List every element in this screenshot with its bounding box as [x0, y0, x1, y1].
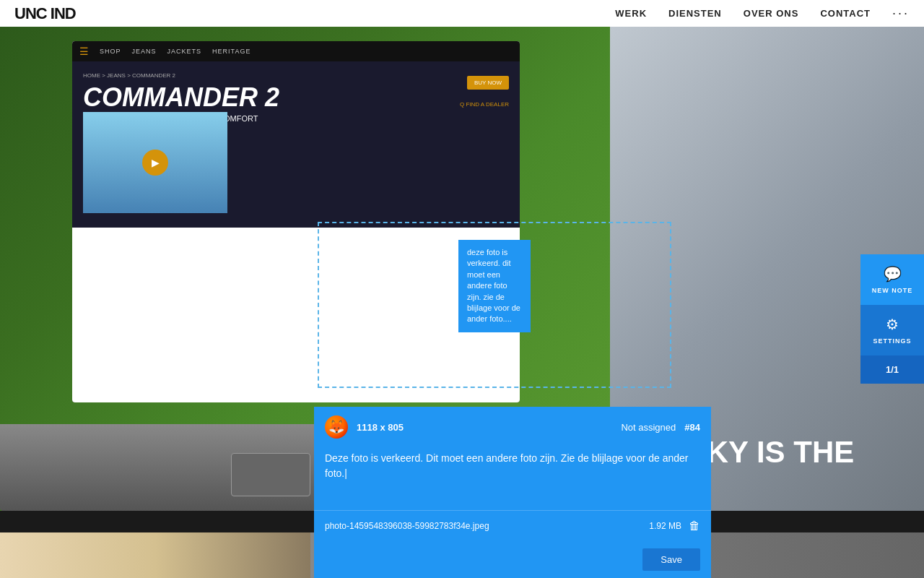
inner-navigation: ☰ SHOP JEANS JACKETS HERITAGE: [72, 41, 520, 61]
right-panel: 💬 NEW NOTE ⚙ SETTINGS 1/1: [860, 254, 924, 384]
navigation: WERK DIENSTEN OVER ONS CONTACT ···: [615, 6, 910, 21]
note-filename: photo-1459548396038-59982783f34e.jpeg: [325, 521, 649, 531]
header: UNC IND WERK DIENSTEN OVER ONS CONTACT ·…: [0, 0, 924, 27]
main-content: ☰ SHOP JEANS JACKETS HERITAGE HOME > JEA…: [0, 27, 924, 578]
note-text-input[interactable]: [325, 451, 700, 496]
note-number: #84: [684, 422, 700, 433]
inner-find-dealer[interactable]: Q FIND A DEALER: [460, 101, 509, 108]
nav-contact[interactable]: CONTACT: [820, 8, 871, 19]
gear-icon: ⚙: [886, 316, 899, 333]
note-panel-header: 🦊 1118 x 805 Not assigned #84: [314, 407, 711, 447]
inner-nav-jeans: JEANS: [132, 48, 157, 55]
inner-breadcrumb: HOME > JEANS > COMMANDER 2: [83, 72, 509, 79]
nav-diensten[interactable]: DIENSTEN: [668, 8, 722, 19]
inner-product-title: COMMANDER 2: [83, 85, 509, 111]
chat-icon: 💬: [884, 265, 902, 282]
logo[interactable]: UNC IND: [14, 4, 76, 23]
laptop-trackpad: [231, 453, 310, 496]
inner-buy-now-button[interactable]: BUY NOW: [467, 76, 509, 90]
inner-hero-section: HOME > JEANS > COMMANDER 2 COMMANDER 2 C…: [72, 61, 520, 228]
note-dimensions: 1118 x 805: [357, 422, 404, 433]
nav-more-icon[interactable]: ···: [892, 6, 910, 21]
inner-nav-shop: SHOP: [100, 48, 121, 55]
bottom-left-image: [0, 532, 310, 578]
save-note-button[interactable]: Save: [642, 548, 700, 571]
note-file-attachment: photo-1459548396038-59982783f34e.jpeg 1.…: [314, 510, 711, 541]
browser-icon: 🦊: [325, 415, 348, 439]
play-icon[interactable]: ▶: [142, 150, 168, 176]
new-note-button[interactable]: 💬 NEW NOTE: [860, 254, 924, 305]
inner-nav-heritage: HERITAGE: [212, 48, 250, 55]
settings-button[interactable]: ⚙ SETTINGS: [860, 305, 924, 355]
note-bubble: deze foto is verkeerd. dit moet een ande…: [458, 240, 531, 332]
counter-display: 1/1: [860, 355, 924, 384]
hamburger-icon: ☰: [79, 46, 89, 57]
note-editor-panel: 🦊 1118 x 805 Not assigned #84 photo-1459…: [314, 407, 711, 578]
note-footer: Save: [314, 541, 711, 578]
settings-label: SETTINGS: [873, 337, 911, 345]
new-note-label: NEW NOTE: [872, 287, 913, 294]
inner-video-preview: ▶: [83, 112, 227, 213]
delete-attachment-icon[interactable]: 🗑: [689, 519, 700, 532]
note-filesize: 1.92 MB: [649, 521, 681, 531]
nav-werk[interactable]: WERK: [615, 8, 647, 19]
note-assigned-status: Not assigned: [621, 422, 676, 433]
note-editor-area: [314, 447, 711, 510]
nav-over-ons[interactable]: OVER ONS: [744, 8, 799, 19]
inner-nav-jackets: JACKETS: [167, 48, 202, 55]
inner-nav-links: SHOP JEANS JACKETS HERITAGE: [100, 48, 250, 55]
